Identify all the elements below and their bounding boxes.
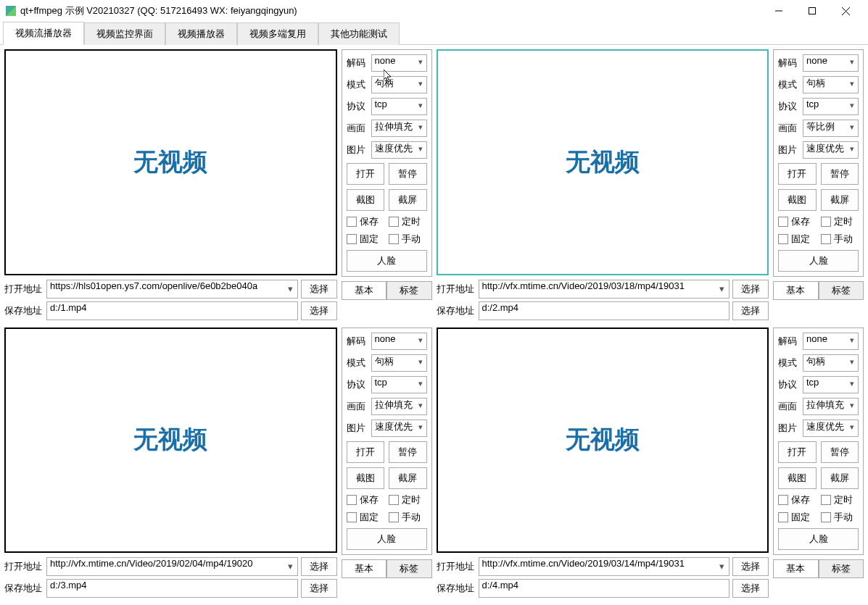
tab-multiport[interactable]: 视频多端复用: [237, 22, 318, 45]
minimize-button[interactable]: [762, 0, 795, 22]
save-addr-select-button[interactable]: 选择: [301, 579, 337, 598]
timer-checkbox[interactable]: 定时: [821, 215, 859, 228]
mode-select[interactable]: 句柄: [803, 354, 859, 372]
open-addr-input[interactable]: http://vfx.mtime.cn/Video/2019/03/18/mp4…: [479, 280, 730, 299]
subtab-basic[interactable]: 基本: [773, 281, 819, 300]
picture-select[interactable]: 速度优先: [371, 141, 427, 159]
subtab-basic[interactable]: 基本: [342, 281, 387, 300]
fixed-checkbox[interactable]: 固定: [347, 233, 385, 246]
fixed-checkbox[interactable]: 固定: [778, 511, 817, 524]
manual-checkbox[interactable]: 手动: [821, 233, 859, 246]
pause-button[interactable]: 暂停: [821, 441, 859, 463]
pause-button[interactable]: 暂停: [389, 163, 427, 185]
manual-checkbox[interactable]: 手动: [389, 233, 427, 246]
manual-checkbox[interactable]: 手动: [389, 511, 427, 524]
capture-button[interactable]: 截屏: [389, 467, 427, 489]
open-addr-input[interactable]: https://hls01open.ys7.com/openlive/6e0b2…: [46, 280, 298, 299]
video-area[interactable]: 无视频: [437, 49, 769, 275]
subtab-basic[interactable]: 基本: [773, 559, 819, 578]
open-addr-select-button[interactable]: 选择: [301, 557, 337, 576]
fixed-checkbox[interactable]: 固定: [347, 511, 385, 524]
subtab-tag[interactable]: 标签: [387, 559, 432, 578]
timer-checkbox[interactable]: 定时: [821, 493, 859, 506]
tab-player[interactable]: 视频播放器: [165, 22, 237, 45]
subtab-tag[interactable]: 标签: [819, 559, 864, 578]
save-addr-select-button[interactable]: 选择: [732, 579, 769, 598]
screen-label: 画面: [778, 400, 798, 413]
tab-other[interactable]: 其他功能测试: [318, 22, 400, 45]
picture-select[interactable]: 速度优先: [803, 141, 859, 159]
protocol-label: 协议: [347, 100, 367, 113]
save-addr-input[interactable]: d:/2.mp4: [479, 301, 730, 320]
protocol-select[interactable]: tcp: [371, 376, 427, 393]
face-button[interactable]: 人脸: [347, 528, 427, 550]
mode-select[interactable]: 句柄: [803, 76, 859, 93]
capture-button[interactable]: 截屏: [821, 467, 859, 489]
save-addr-select-button[interactable]: 选择: [301, 301, 337, 320]
manual-checkbox[interactable]: 手动: [821, 511, 859, 524]
screen-select[interactable]: 等比例: [803, 120, 859, 137]
screen-select[interactable]: 拉伸填充: [371, 398, 427, 415]
face-button[interactable]: 人脸: [778, 528, 859, 550]
save-checkbox[interactable]: 保存: [347, 493, 385, 506]
open-addr-input[interactable]: http://vfx.mtime.cn/Video/2019/02/04/mp4…: [46, 557, 298, 576]
main-tabbar: 视频流播放器 视频监控界面 视频播放器 视频多端复用 其他功能测试: [0, 22, 868, 45]
tab-stream-player[interactable]: 视频流播放器: [3, 22, 84, 45]
open-button[interactable]: 打开: [778, 441, 817, 463]
maximize-button[interactable]: [795, 0, 829, 22]
timer-checkbox[interactable]: 定时: [389, 493, 427, 506]
picture-select[interactable]: 速度优先: [803, 420, 859, 437]
save-checkbox[interactable]: 保存: [778, 493, 817, 506]
protocol-select[interactable]: tcp: [803, 98, 859, 115]
picture-select[interactable]: 速度优先: [371, 420, 427, 437]
save-addr-input[interactable]: d:/4.mp4: [479, 579, 730, 598]
save-addr-select-button[interactable]: 选择: [732, 301, 769, 320]
pause-button[interactable]: 暂停: [389, 441, 427, 463]
pause-button[interactable]: 暂停: [821, 163, 859, 185]
save-checkbox[interactable]: 保存: [347, 215, 385, 228]
save-addr-input[interactable]: d:/1.mp4: [46, 301, 298, 320]
snapshot-button[interactable]: 截图: [778, 189, 817, 211]
decode-select[interactable]: none: [803, 54, 859, 72]
video-area[interactable]: 无视频: [4, 327, 337, 554]
open-addr-select-button[interactable]: 选择: [732, 557, 769, 576]
decode-select[interactable]: none: [371, 333, 427, 350]
screen-select[interactable]: 拉伸填充: [803, 398, 859, 415]
save-checkbox[interactable]: 保存: [778, 215, 817, 228]
capture-button[interactable]: 截屏: [821, 189, 859, 211]
open-addr-label: 打开地址: [4, 560, 46, 573]
video-area[interactable]: 无视频: [437, 327, 769, 554]
protocol-select[interactable]: tcp: [371, 98, 427, 115]
open-button[interactable]: 打开: [778, 163, 817, 185]
face-button[interactable]: 人脸: [347, 250, 427, 272]
snapshot-button[interactable]: 截图: [778, 467, 817, 489]
quadrant-3: 无视频 打开地址 http://vfx.mtime.cn/Video/2019/…: [4, 327, 432, 601]
face-button[interactable]: 人脸: [778, 250, 859, 272]
save-addr-input[interactable]: d:/3.mp4: [46, 579, 298, 598]
open-button[interactable]: 打开: [347, 163, 385, 185]
mode-select[interactable]: 句柄: [371, 76, 427, 93]
close-button[interactable]: [829, 0, 862, 22]
subtab-tag[interactable]: 标签: [819, 281, 864, 300]
decode-select[interactable]: none: [803, 333, 859, 350]
fixed-checkbox[interactable]: 固定: [778, 233, 817, 246]
open-button[interactable]: 打开: [347, 441, 385, 463]
subtab-tag[interactable]: 标签: [387, 281, 432, 300]
protocol-select[interactable]: tcp: [803, 376, 859, 393]
snapshot-button[interactable]: 截图: [347, 467, 385, 489]
open-addr-label: 打开地址: [437, 283, 479, 296]
snapshot-button[interactable]: 截图: [347, 189, 385, 211]
decode-select[interactable]: none: [371, 54, 427, 72]
video-area[interactable]: 无视频: [4, 49, 337, 275]
timer-checkbox[interactable]: 定时: [389, 215, 427, 228]
capture-button[interactable]: 截屏: [389, 189, 427, 211]
quadrant-1: 无视频 打开地址 https://hls01open.ys7.com/openl…: [4, 49, 432, 323]
open-addr-select-button[interactable]: 选择: [732, 280, 769, 299]
mode-select[interactable]: 句柄: [371, 354, 427, 372]
open-addr-select-button[interactable]: 选择: [301, 280, 337, 299]
subtab-basic[interactable]: 基本: [342, 559, 387, 578]
titlebar: qt+ffmpeg 示例 V20210327 (QQ: 517216493 WX…: [0, 0, 868, 22]
tab-monitor[interactable]: 视频监控界面: [84, 22, 165, 45]
screen-select[interactable]: 拉伸填充: [371, 120, 427, 137]
open-addr-input[interactable]: http://vfx.mtime.cn/Video/2019/03/14/mp4…: [479, 557, 730, 576]
